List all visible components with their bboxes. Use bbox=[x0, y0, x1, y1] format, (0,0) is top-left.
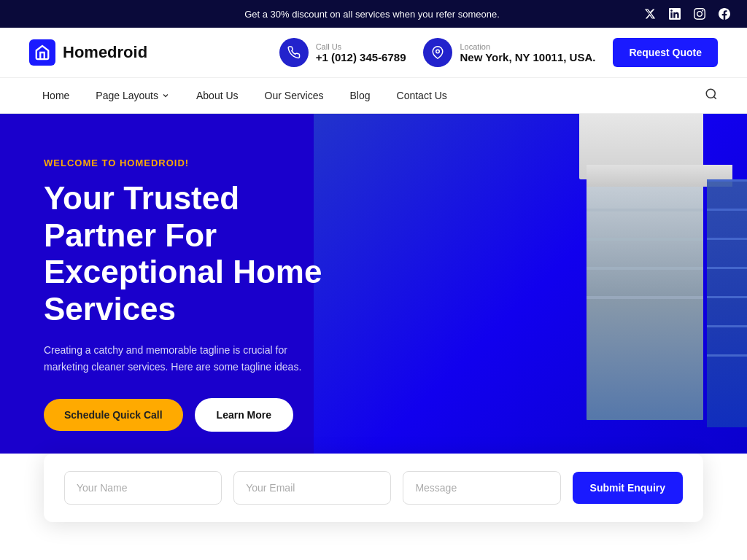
nav-contact-us[interactable]: Contact Us bbox=[384, 78, 460, 113]
phone-contact: Call Us +1 (012) 345-6789 bbox=[279, 38, 406, 67]
enquiry-section: Submit Enquiry bbox=[0, 454, 747, 522]
hero-tagline: WELCOME TO HOMEDROID! bbox=[44, 158, 336, 168]
phone-info: Call Us +1 (012) 345-6789 bbox=[316, 42, 406, 63]
location-label: Location bbox=[460, 42, 595, 51]
nav-home[interactable]: Home bbox=[29, 78, 82, 113]
hero-description: Creating a catchy and memorable tagline … bbox=[44, 342, 306, 375]
email-input[interactable] bbox=[233, 471, 391, 505]
nav-about-us[interactable]: About Us bbox=[183, 78, 252, 113]
location-icon bbox=[423, 38, 452, 67]
stat-customers-number: 1000+ bbox=[592, 557, 678, 560]
stats-section: 20+ Years In Industry 500+ Projects Comp… bbox=[0, 522, 747, 560]
hero-content: WELCOME TO HOMEDROID! Your Trusted Partn… bbox=[0, 114, 365, 475]
nav-blog[interactable]: Blog bbox=[337, 78, 384, 113]
header-contact-area: Call Us +1 (012) 345-6789 Location New Y… bbox=[279, 38, 718, 67]
location-contact: Location New York, NY 10011, USA. bbox=[423, 38, 595, 67]
phone-icon bbox=[279, 38, 309, 67]
nav-links: Home Page Layouts About Us Our Services … bbox=[29, 78, 460, 113]
learn-more-button[interactable]: Learn More bbox=[195, 398, 293, 432]
twitter-icon[interactable] bbox=[642, 6, 658, 22]
stat-years-number: 20+ bbox=[69, 557, 145, 560]
hero-buttons: Schedule Quick Call Learn More bbox=[44, 398, 336, 432]
hero-section: WELCOME TO HOMEDROID! Your Trusted Partn… bbox=[0, 114, 747, 475]
instagram-icon[interactable] bbox=[692, 6, 708, 22]
social-links bbox=[642, 6, 732, 22]
svg-point-1 bbox=[706, 89, 715, 98]
location-info: Location New York, NY 10011, USA. bbox=[460, 42, 595, 63]
header: Homedroid Call Us +1 (012) 345-6789 bbox=[0, 28, 747, 78]
nav-our-services[interactable]: Our Services bbox=[252, 78, 337, 113]
logo-icon bbox=[29, 39, 55, 66]
svg-point-0 bbox=[436, 50, 440, 53]
name-input[interactable] bbox=[64, 471, 222, 505]
message-input[interactable] bbox=[403, 471, 560, 505]
search-icon[interactable] bbox=[705, 88, 718, 104]
phone-number: +1 (012) 345-6789 bbox=[316, 51, 406, 63]
building-tower bbox=[587, 179, 703, 420]
stat-projects-number: 500+ bbox=[245, 557, 334, 560]
enquiry-card: Submit Enquiry bbox=[44, 454, 703, 522]
facebook-icon[interactable] bbox=[716, 6, 732, 22]
address-text: New York, NY 10011, USA. bbox=[460, 51, 595, 63]
stat-team: 50+ Expert Team bbox=[435, 557, 492, 560]
logo[interactable]: Homedroid bbox=[29, 39, 147, 66]
schedule-call-button[interactable]: Schedule Quick Call bbox=[44, 399, 183, 431]
stat-projects: 500+ Projects Completed bbox=[245, 557, 334, 560]
logo-text: Homedroid bbox=[63, 43, 147, 62]
request-quote-button[interactable]: Request Quote bbox=[613, 38, 718, 67]
stat-customers: 1000+ Happy Customers bbox=[592, 557, 678, 560]
hero-background bbox=[314, 114, 747, 475]
call-label: Call Us bbox=[316, 42, 406, 51]
stat-years: 20+ Years In Industry bbox=[69, 557, 145, 560]
top-banner: Get a 30% discount on all services when … bbox=[0, 0, 747, 28]
linkedin-icon[interactable] bbox=[667, 6, 683, 22]
submit-enquiry-button[interactable]: Submit Enquiry bbox=[573, 472, 683, 504]
svg-line-2 bbox=[713, 96, 716, 98]
main-nav: Home Page Layouts About Us Our Services … bbox=[0, 78, 747, 114]
stat-team-number: 50+ bbox=[435, 557, 492, 560]
hero-title: Your Trusted Partner For Exceptional Hom… bbox=[44, 180, 336, 327]
banner-message: Get a 30% discount on all services when … bbox=[102, 9, 642, 20]
nav-page-layouts[interactable]: Page Layouts bbox=[82, 78, 183, 113]
